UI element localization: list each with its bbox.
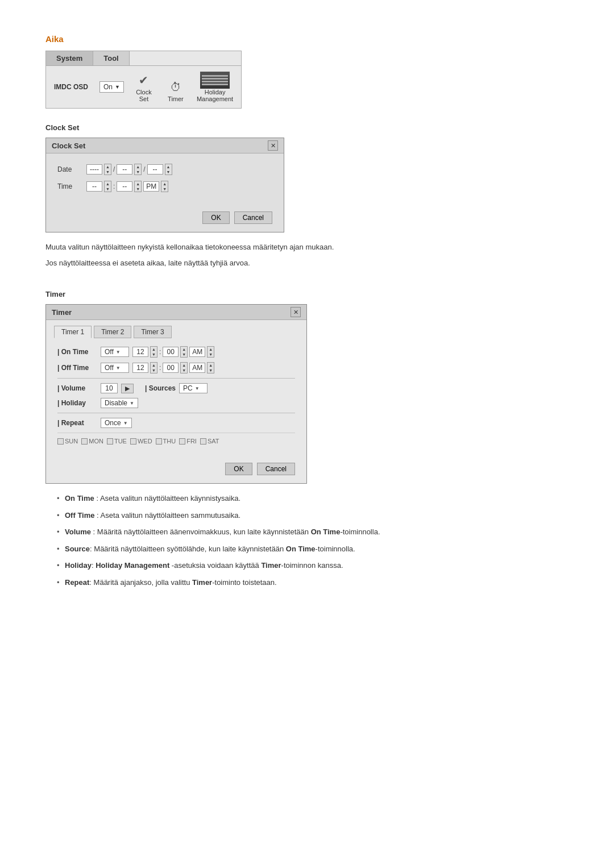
off-ampm: AM bbox=[189, 363, 205, 373]
spin-up-icon[interactable]: ▲ bbox=[181, 363, 187, 368]
time-spin-group: -- ▲ ▼ : -- ▲ ▼ PM ▲ bbox=[86, 181, 168, 192]
day-fri[interactable]: FRI bbox=[179, 438, 197, 445]
repeat-desc2: -toiminto toistetaan. bbox=[212, 578, 276, 587]
timer-ok-button[interactable]: OK bbox=[225, 463, 252, 475]
spin-down-icon[interactable]: ▼ bbox=[208, 368, 214, 373]
sources-dropdown[interactable]: PC ▼ bbox=[179, 383, 208, 393]
system-window: System Tool IMDC OSD On ▼ ✔ ClockSet ⏱ T… bbox=[45, 51, 242, 109]
on-min-arrows[interactable]: ▲ ▼ bbox=[180, 346, 188, 358]
on-time-label: | On Time bbox=[57, 348, 97, 356]
spin-up-icon[interactable]: ▲ bbox=[208, 347, 214, 352]
spin-down-icon[interactable]: ▼ bbox=[105, 169, 111, 175]
on-time-dropdown[interactable]: Off ▼ bbox=[101, 347, 129, 357]
spin-down-icon[interactable]: ▼ bbox=[161, 186, 168, 192]
tab-timer1[interactable]: Timer 1 bbox=[54, 326, 92, 338]
spin-down-icon[interactable]: ▼ bbox=[105, 186, 111, 192]
wed-checkbox[interactable] bbox=[130, 438, 136, 445]
holiday-timer-term: Timer bbox=[261, 561, 281, 570]
clock-cancel-button[interactable]: Cancel bbox=[234, 211, 272, 224]
tue-checkbox[interactable] bbox=[107, 438, 113, 445]
off-time-arrow-icon: ▼ bbox=[116, 366, 121, 371]
mon-label: MON bbox=[89, 438, 103, 445]
date-spin2-arrows[interactable]: ▲ ▼ bbox=[134, 164, 142, 175]
repeat-desc: : Määritä ajanjakso, jolla valittu bbox=[89, 578, 192, 587]
day-sun[interactable]: SUN bbox=[57, 438, 78, 445]
repeat-dropdown[interactable]: Once ▼ bbox=[101, 418, 132, 428]
spin-down-icon[interactable]: ▼ bbox=[181, 352, 187, 357]
time-ampm-arrows[interactable]: ▲ ▼ bbox=[161, 181, 168, 192]
on-hour-arrows[interactable]: ▲ ▼ bbox=[150, 346, 157, 358]
time-spin2-arrows[interactable]: ▲ ▼ bbox=[134, 181, 142, 192]
spin-up-icon[interactable]: ▲ bbox=[151, 363, 157, 368]
sys-body: IMDC OSD On ▼ ✔ ClockSet ⏱ Timer bbox=[46, 66, 241, 108]
spin-up-icon[interactable]: ▲ bbox=[208, 363, 214, 368]
spin-up-icon[interactable]: ▲ bbox=[151, 347, 157, 352]
spin-down-icon[interactable]: ▼ bbox=[165, 169, 172, 175]
date-spin1-arrows[interactable]: ▲ ▼ bbox=[104, 164, 111, 175]
timer-icon-item[interactable]: ⏱ Timer bbox=[165, 78, 186, 102]
clock-set-icon-item[interactable]: ✔ ClockSet bbox=[133, 72, 155, 102]
on-ampm-arrows[interactable]: ▲ ▼ bbox=[207, 346, 214, 358]
spin-down-icon[interactable]: ▼ bbox=[135, 169, 141, 175]
off-ampm-arrows[interactable]: ▲ ▼ bbox=[207, 362, 214, 373]
spin-down-icon[interactable]: ▼ bbox=[208, 352, 214, 357]
spin-up-icon[interactable]: ▲ bbox=[181, 347, 187, 352]
off-time-label: | Off Time bbox=[57, 364, 97, 372]
day-wed[interactable]: WED bbox=[130, 438, 152, 445]
date-spin3-arrows[interactable]: ▲ ▼ bbox=[165, 164, 172, 175]
day-thu[interactable]: THU bbox=[156, 438, 176, 445]
volume-on-time-term: On Time bbox=[311, 528, 341, 536]
tab-tool[interactable]: Tool bbox=[93, 51, 129, 65]
spin-down-icon[interactable]: ▼ bbox=[151, 352, 157, 357]
off-min-arrows[interactable]: ▲ ▼ bbox=[180, 362, 188, 373]
spin-up-icon[interactable]: ▲ bbox=[161, 181, 168, 186]
wed-label: WED bbox=[138, 438, 152, 445]
timer-section-title: Timer bbox=[45, 290, 569, 298]
volume-increase-button[interactable]: ▶ bbox=[121, 384, 134, 393]
sun-checkbox[interactable] bbox=[57, 438, 64, 445]
fri-checkbox[interactable] bbox=[179, 438, 185, 445]
holiday-term: Holiday bbox=[65, 561, 92, 570]
spin-up-icon[interactable]: ▲ bbox=[165, 164, 172, 169]
spin-down-icon[interactable]: ▼ bbox=[135, 186, 141, 192]
spin-up-icon[interactable]: ▲ bbox=[105, 181, 111, 186]
off-time-desc: : Aseta valitun näyttölaitteen sammutusa… bbox=[95, 511, 241, 520]
bullet-item-off-time: Off Time : Aseta valitun näyttölaitteen … bbox=[57, 510, 569, 521]
dialog-close-button[interactable]: ✕ bbox=[268, 140, 278, 151]
timer-cancel-button[interactable]: Cancel bbox=[257, 463, 295, 475]
off-time-value: Off bbox=[105, 364, 114, 372]
off-hour-arrows[interactable]: ▲ ▼ bbox=[150, 362, 157, 373]
spin-up-icon[interactable]: ▲ bbox=[135, 164, 141, 169]
holiday-value: Disable bbox=[105, 399, 127, 407]
off-time-dropdown[interactable]: Off ▼ bbox=[101, 363, 129, 373]
clock-ok-button[interactable]: OK bbox=[202, 211, 229, 224]
day-mon[interactable]: MON bbox=[81, 438, 103, 445]
timer-close-button[interactable]: ✕ bbox=[291, 307, 301, 317]
time-val1: -- bbox=[86, 181, 102, 192]
holiday-icon-item[interactable]: HolidayManagement bbox=[197, 72, 233, 102]
bullet-item-on-time: On Time : Aseta valitun näyttölaitteen k… bbox=[57, 493, 569, 504]
day-tue[interactable]: TUE bbox=[107, 438, 127, 445]
timer-divider1 bbox=[57, 378, 295, 379]
time-spin1-arrows[interactable]: ▲ ▼ bbox=[104, 181, 111, 192]
holiday-dropdown[interactable]: Disable ▼ bbox=[101, 398, 138, 408]
volume-label: | Volume bbox=[57, 384, 97, 392]
tab-timer2[interactable]: Timer 2 bbox=[94, 326, 131, 338]
sources-label: | Sources bbox=[145, 384, 176, 392]
mdc-osd-dropdown[interactable]: On ▼ bbox=[99, 81, 124, 93]
spin-up-icon[interactable]: ▲ bbox=[105, 164, 111, 169]
mon-checkbox[interactable] bbox=[81, 438, 88, 445]
aika-title: Aika bbox=[45, 34, 569, 44]
tab-timer3[interactable]: Timer 3 bbox=[134, 326, 171, 338]
spin-down-icon[interactable]: ▼ bbox=[151, 368, 157, 373]
day-sat[interactable]: SAT bbox=[200, 438, 219, 445]
thu-checkbox[interactable] bbox=[156, 438, 162, 445]
spin-down-icon[interactable]: ▼ bbox=[181, 368, 187, 373]
tab-system[interactable]: System bbox=[46, 51, 93, 65]
repeat-label: | Repeat bbox=[57, 419, 97, 427]
off-time-term: Off Time bbox=[65, 511, 95, 520]
spin-up-icon[interactable]: ▲ bbox=[135, 181, 141, 186]
source-term: Source bbox=[65, 545, 90, 553]
clock-set-titlebar: Clock Set ✕ bbox=[46, 138, 284, 153]
sat-checkbox[interactable] bbox=[200, 438, 206, 445]
